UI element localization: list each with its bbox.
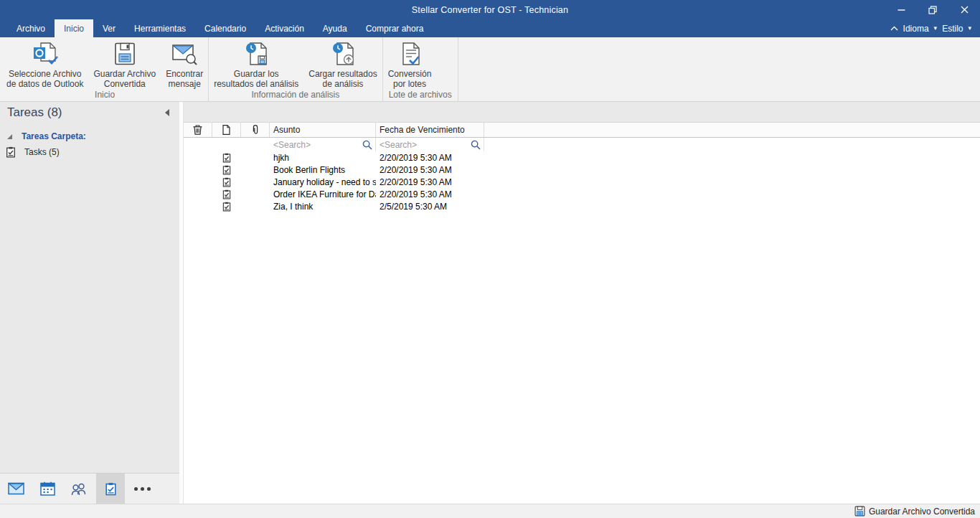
task-due-date: 2/20/2019 5:30 AM bbox=[376, 164, 484, 176]
collapse-sidebar-icon[interactable] bbox=[165, 109, 169, 116]
task-list-pane: Asunto Fecha de Vencimiento <Search> <Se… bbox=[184, 102, 980, 504]
tab-calendario[interactable]: Calendario bbox=[195, 19, 255, 37]
ribbon-group-informacion-de-analisis: Guardar los resultados del análisis Carg… bbox=[209, 37, 382, 101]
tree-group-label: Tareas Carpeta: bbox=[22, 131, 86, 141]
task-subject: Order IKEA Furniture for Dada bbox=[270, 188, 376, 200]
document-icon bbox=[222, 125, 230, 135]
style-menu[interactable]: Estilo bbox=[942, 24, 963, 34]
ribbon-tabs: Archivo Inicio Ver Herramientas Calendar… bbox=[0, 19, 433, 37]
task-row[interactable]: hjkh 2/20/2019 5:30 AM bbox=[184, 151, 980, 164]
column-header-empty bbox=[484, 123, 980, 137]
table-header: Asunto Fecha de Vencimiento bbox=[184, 123, 980, 138]
trash-icon bbox=[193, 125, 202, 135]
close-icon bbox=[961, 6, 969, 14]
tab-herramientas[interactable]: Herramientas bbox=[125, 19, 195, 37]
nav-more[interactable] bbox=[128, 474, 156, 504]
task-item-icon bbox=[222, 202, 232, 212]
save-converted-file-button[interactable]: Guardar Archivo Convertida bbox=[88, 39, 161, 89]
find-message-icon bbox=[171, 41, 197, 67]
minimize-icon bbox=[897, 6, 905, 14]
status-save-action[interactable]: Guardar Archivo Convertida bbox=[869, 507, 975, 517]
ribbon-group-inicio: Seleccione Archivo de datos de Outlook G… bbox=[1, 37, 209, 101]
task-row[interactable]: Book Berlin Flights 2/20/2019 5:30 AM bbox=[184, 164, 980, 176]
task-item-icon bbox=[222, 153, 232, 163]
due-date-search-input[interactable]: <Search> bbox=[376, 138, 484, 151]
close-button[interactable] bbox=[948, 0, 980, 19]
tree-group-tareas-carpeta[interactable]: Tareas Carpeta: bbox=[0, 130, 179, 143]
search-row: <Search> <Search> bbox=[184, 138, 980, 151]
status-bar: Guardar Archivo Convertida bbox=[0, 504, 980, 518]
table-empty-area bbox=[184, 212, 980, 504]
task-item-icon bbox=[222, 165, 232, 175]
tab-comprar-ahora[interactable]: Comprar ahora bbox=[357, 19, 433, 37]
tab-activacion[interactable]: Activación bbox=[255, 19, 314, 37]
nav-calendar[interactable] bbox=[33, 474, 62, 504]
batch-conversion-icon bbox=[397, 41, 423, 67]
load-scan-info-icon bbox=[330, 41, 356, 67]
task-row[interactable]: Zia, I think 2/5/2019 5:30 AM bbox=[184, 200, 980, 212]
ribbon-group-lote-de-archivos: Conversión por lotes Lote de archivos bbox=[383, 37, 458, 101]
save-scan-info-button[interactable]: Guardar los resultados del análisis bbox=[209, 39, 303, 89]
task-row[interactable]: Order IKEA Furniture for Dada 2/20/2019 … bbox=[184, 188, 980, 200]
task-subject: Book Berlin Flights bbox=[270, 164, 376, 176]
language-caret-icon[interactable]: ▾ bbox=[934, 25, 938, 32]
tree-item-label: Tasks (5) bbox=[24, 147, 60, 157]
column-header-document[interactable] bbox=[212, 123, 241, 137]
paperclip-icon bbox=[253, 125, 258, 135]
sidebar-title: Tareas (8) bbox=[0, 105, 165, 120]
sidebar: Tareas (8) Tareas Carpeta: Tasks (5) bbox=[0, 102, 179, 504]
sidebar-header: Tareas (8) bbox=[0, 102, 179, 123]
column-header-subject[interactable]: Asunto bbox=[270, 123, 376, 137]
tab-archivo[interactable]: Archivo bbox=[7, 19, 55, 37]
task-subject: Zia, I think bbox=[270, 200, 376, 212]
find-message-button[interactable]: Encontrar mensaje bbox=[161, 39, 208, 89]
tab-ayuda[interactable]: Ayuda bbox=[314, 19, 357, 37]
task-row[interactable]: January holiday - need to sp... 2/20/201… bbox=[184, 176, 980, 188]
restore-button[interactable] bbox=[917, 0, 948, 19]
select-outlook-data-file-button[interactable]: Seleccione Archivo de datos de Outlook bbox=[1, 39, 88, 89]
load-scan-info-button[interactable]: Cargar resultados de análisis bbox=[303, 39, 382, 89]
tree-item-tasks[interactable]: Tasks (5) bbox=[0, 144, 179, 160]
ribbon-group-label: Inicio bbox=[1, 89, 208, 103]
ribbon-button-label: Guardar los resultados del análisis bbox=[214, 69, 298, 89]
sidebar-spacer bbox=[0, 160, 179, 473]
tree-expander-icon[interactable] bbox=[7, 134, 12, 139]
batch-conversion-button[interactable]: Conversión por lotes bbox=[383, 39, 437, 89]
ribbon-button-label: Conversión por lotes bbox=[388, 69, 432, 89]
task-due-date: 2/5/2019 5:30 AM bbox=[376, 200, 484, 212]
mail-icon bbox=[8, 482, 24, 495]
ribbon-group-label: Lote de archivos bbox=[383, 89, 458, 103]
minimize-button[interactable] bbox=[885, 0, 917, 19]
task-due-date: 2/20/2019 5:30 AM bbox=[376, 176, 484, 188]
language-menu[interactable]: Idioma bbox=[903, 24, 929, 34]
column-header-delete[interactable] bbox=[184, 123, 212, 137]
task-due-date: 2/20/2019 5:30 AM bbox=[376, 188, 484, 200]
main-area: Tareas (8) Tareas Carpeta: Tasks (5) bbox=[0, 102, 980, 504]
nav-mail[interactable] bbox=[1, 474, 30, 504]
style-caret-icon[interactable]: ▾ bbox=[968, 25, 971, 32]
ribbon: Seleccione Archivo de datos de Outlook G… bbox=[0, 37, 980, 102]
calendar-icon bbox=[40, 481, 55, 496]
window-controls bbox=[885, 0, 980, 19]
column-header-due-date[interactable]: Fecha de Vencimiento bbox=[376, 123, 484, 137]
tab-inicio[interactable]: Inicio bbox=[55, 19, 93, 37]
collapse-ribbon-icon[interactable] bbox=[890, 26, 898, 31]
ribbon-button-label: Guardar Archivo Convertida bbox=[93, 69, 156, 89]
tab-ver[interactable]: Ver bbox=[93, 19, 125, 37]
titlebar: Stellar Converter for OST - Technician bbox=[0, 0, 980, 19]
task-due-date: 2/20/2019 5:30 AM bbox=[376, 151, 484, 164]
ribbon-button-label: Cargar resultados de análisis bbox=[308, 69, 377, 89]
restore-icon bbox=[928, 6, 937, 14]
task-subject: January holiday - need to sp... bbox=[270, 176, 376, 188]
nav-tasks[interactable] bbox=[96, 474, 125, 504]
window-title: Stellar Converter for OST - Technician bbox=[412, 5, 568, 15]
contacts-icon bbox=[70, 482, 88, 496]
column-header-attachment[interactable] bbox=[241, 123, 270, 137]
subject-search-input[interactable]: <Search> bbox=[270, 138, 376, 151]
save-converted-file-icon bbox=[112, 41, 138, 67]
task-subject: hjkh bbox=[270, 151, 376, 164]
save-scan-info-icon bbox=[243, 41, 269, 67]
tasks-clipboard-icon bbox=[5, 146, 17, 158]
outlook-data-file-icon bbox=[32, 41, 58, 67]
nav-contacts[interactable] bbox=[65, 474, 93, 504]
